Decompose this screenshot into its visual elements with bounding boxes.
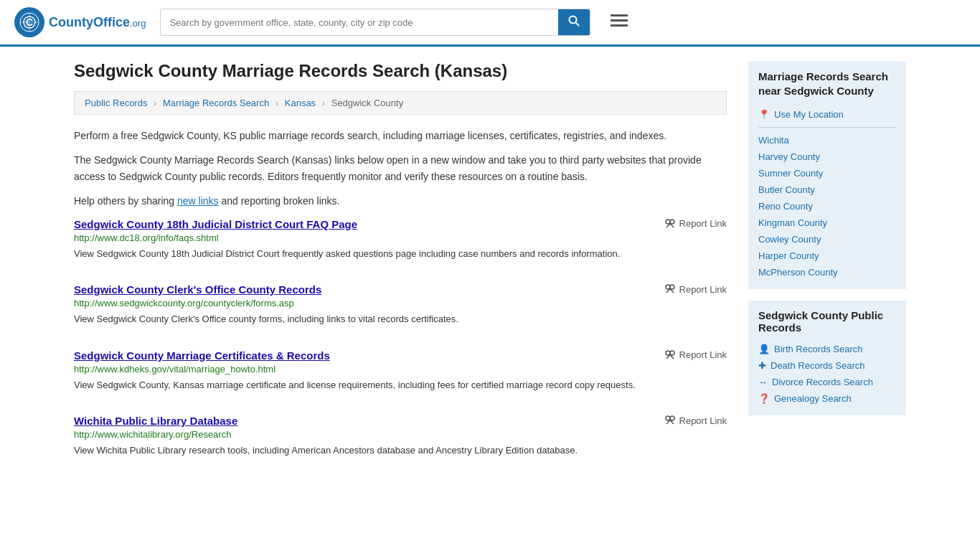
sidebar-divider [758, 127, 896, 128]
sidebar-nearby-7[interactable]: Harper County [758, 248, 896, 264]
description-para3: Help others by sharing new links and rep… [74, 193, 727, 209]
search-input[interactable] [161, 9, 558, 35]
record-desc-3: View Wichita Public Library research too… [74, 443, 727, 458]
svg-point-23 [670, 416, 674, 420]
breadcrumb-marriage-records[interactable]: Marriage Records Search [163, 98, 269, 108]
logo-text: CountyOffice.org [49, 15, 146, 30]
svg-point-10 [666, 220, 670, 224]
pub-link-icon-1: ✚ [758, 360, 766, 371]
record-desc-2: View Sedgwick County, Kansas marriage ce… [74, 378, 727, 392]
logo-link[interactable]: C CountyOffice.org [14, 7, 146, 37]
record-desc-0: View Sedgwick County 18th Judicial Distr… [74, 247, 727, 261]
breadcrumb-sep-2: › [275, 98, 278, 108]
report-link-0[interactable]: Report Link [664, 218, 727, 230]
svg-point-5 [570, 17, 577, 24]
pub-link-icon-0: 👤 [758, 344, 770, 354]
breadcrumb: Public Records › Marriage Records Search… [74, 91, 727, 115]
pub-link-label-3: Genealogy Search [774, 393, 852, 404]
sidebar-pub-link-2[interactable]: ↔Divorce Records Search [758, 374, 896, 390]
record-item: Sedgwick County Marriage Certificates & … [74, 349, 727, 400]
search-bar [160, 9, 590, 36]
main-container: Sedgwick County Marriage Records Search … [60, 47, 920, 495]
breadcrumb-public-records[interactable]: Public Records [85, 98, 147, 108]
logo-icon: C [14, 7, 44, 37]
record-url-1: http://www.sedgwickcounty.org/countycler… [74, 298, 727, 309]
records-list: Sedgwick County 18th Judicial District C… [74, 218, 727, 465]
pub-link-label-2: Divorce Records Search [772, 377, 873, 387]
sidebar-pub-link-3[interactable]: ❓Genealogy Search [758, 390, 896, 407]
record-url-2: http://www.kdheks.gov/vital/marriage_how… [74, 364, 727, 375]
sidebar-nearby-0[interactable]: Wichita [758, 132, 896, 149]
public-records-links: 👤Birth Records Search✚Death Records Sear… [758, 341, 896, 407]
pub-link-label-0: Birth Records Search [774, 344, 863, 354]
sidebar-public-records-title: Sedgwick County Public Records [758, 309, 896, 334]
record-item-header: Wichita Public Library Database Report L… [74, 415, 727, 427]
record-item-header: Sedgwick County Clerk's Office County Re… [74, 283, 727, 296]
desc-para3-prefix: Help others by sharing [74, 195, 177, 207]
svg-point-19 [670, 351, 674, 355]
sidebar-nearby-title: Marriage Records Search near Sedgwick Co… [758, 70, 896, 98]
report-link-3[interactable]: Report Link [664, 415, 727, 426]
breadcrumb-sep-3: › [322, 98, 325, 108]
sidebar-nearby-5[interactable]: Kingman County [758, 215, 896, 231]
svg-point-18 [666, 351, 670, 355]
sidebar-pub-link-1[interactable]: ✚Death Records Search [758, 357, 896, 374]
sidebar-public-records-section: Sedgwick County Public Records 👤Birth Re… [748, 301, 906, 415]
breadcrumb-current: Sedgwick County [331, 98, 403, 108]
breadcrumb-kansas[interactable]: Kansas [285, 98, 316, 108]
sidebar-nearby-section: Marriage Records Search near Sedgwick Co… [748, 61, 906, 289]
record-url-0: http://www.dc18.org/info/faqs.shtml [74, 232, 727, 243]
pub-link-icon-3: ❓ [758, 393, 770, 404]
record-item: Wichita Public Library Database Report L… [74, 415, 727, 465]
record-item-header: Sedgwick County 18th Judicial District C… [74, 218, 727, 230]
record-item: Sedgwick County Clerk's Office County Re… [74, 283, 727, 334]
site-header: C CountyOffice.org [0, 0, 980, 47]
logo-org: .org [130, 18, 146, 29]
sidebar-nearby-3[interactable]: Butler County [758, 182, 896, 198]
sidebar-nearby-8[interactable]: McPherson County [758, 264, 896, 281]
record-url-3: http://www.wichitalibrary.org/Research [74, 429, 727, 440]
record-desc-1: View Sedgwick County Clerk's Office coun… [74, 312, 727, 326]
sidebar-nearby-2[interactable]: Sumner County [758, 165, 896, 182]
location-icon: 📍 [758, 109, 770, 120]
svg-point-11 [670, 220, 674, 224]
breadcrumb-sep-1: › [154, 98, 156, 108]
sidebar: Marriage Records Search near Sedgwick Co… [748, 61, 906, 481]
logo-name: CountyOffice [49, 15, 130, 29]
new-links-link[interactable]: new links [177, 195, 219, 207]
sidebar-pub-link-0[interactable]: 👤Birth Records Search [758, 341, 896, 357]
record-title-3[interactable]: Wichita Public Library Database [74, 415, 237, 427]
sidebar-use-location[interactable]: 📍 Use My Location [758, 106, 896, 123]
svg-rect-7 [611, 14, 628, 17]
pub-link-label-1: Death Records Search [771, 360, 865, 371]
record-title-0[interactable]: Sedgwick County 18th Judicial District C… [74, 218, 357, 230]
scissors-icon [664, 283, 676, 295]
description-para1: Perform a free Sedgwick County, KS publi… [74, 128, 727, 143]
page-title: Sedgwick County Marriage Records Search … [74, 61, 727, 81]
sidebar-nearby-1[interactable]: Harvey County [758, 149, 896, 165]
sidebar-nearby-4[interactable]: Reno County [758, 198, 896, 215]
svg-rect-8 [611, 19, 628, 22]
record-item: Sedgwick County 18th Judicial District C… [74, 218, 727, 268]
report-link-2[interactable]: Report Link [664, 349, 727, 361]
desc-para3-suffix: and reporting broken links. [219, 195, 340, 207]
use-location-label: Use My Location [774, 109, 844, 120]
content-area: Sedgwick County Marriage Records Search … [74, 61, 727, 481]
record-title-2[interactable]: Sedgwick County Marriage Certificates & … [74, 349, 330, 362]
scissors-icon [664, 349, 676, 361]
nearby-links: WichitaHarvey CountySumner CountyButler … [758, 132, 896, 281]
scissors-icon [664, 415, 676, 426]
svg-rect-9 [611, 24, 628, 27]
svg-point-22 [666, 416, 670, 420]
pub-link-icon-2: ↔ [758, 377, 768, 387]
record-title-1[interactable]: Sedgwick County Clerk's Office County Re… [74, 283, 321, 296]
report-link-1[interactable]: Report Link [664, 283, 727, 295]
svg-line-6 [576, 23, 580, 27]
svg-point-14 [666, 285, 670, 289]
search-button[interactable] [558, 9, 590, 35]
record-item-header: Sedgwick County Marriage Certificates & … [74, 349, 727, 362]
scissors-icon [664, 218, 676, 230]
menu-button[interactable] [611, 13, 628, 32]
sidebar-nearby-6[interactable]: Cowley County [758, 231, 896, 248]
description-para2: The Sedgwick County Marriage Records Sea… [74, 152, 727, 184]
